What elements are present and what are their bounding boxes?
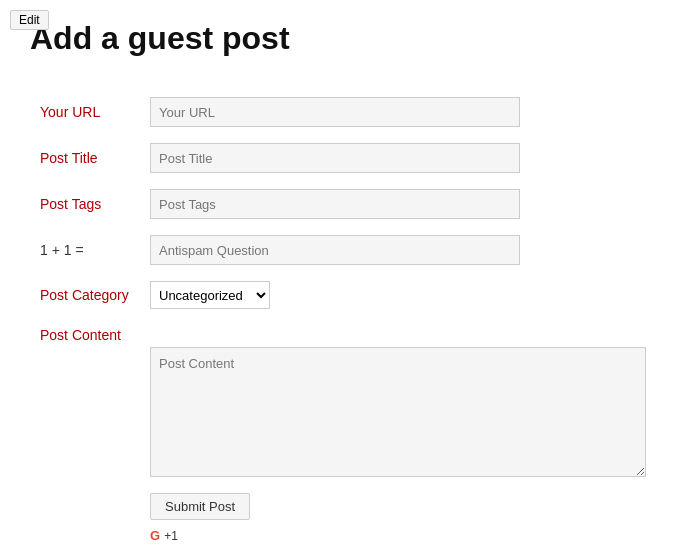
page-title: Add a guest post (30, 20, 646, 57)
category-label: Post Category (40, 287, 150, 303)
title-input[interactable] (150, 143, 520, 173)
tags-input[interactable] (150, 189, 520, 219)
textarea-wrapper (150, 347, 646, 477)
submit-button[interactable]: Submit Post (150, 493, 250, 520)
tags-label: Post Tags (40, 196, 150, 212)
title-label: Post Title (40, 150, 150, 166)
bottom-section: Submit Post G +1 (150, 493, 646, 543)
url-row: Your URL (40, 97, 646, 127)
antispam-input[interactable] (150, 235, 520, 265)
antispam-label: 1 + 1 = (40, 242, 150, 258)
content-textarea[interactable] (150, 347, 646, 477)
category-select[interactable]: Uncategorized (150, 281, 270, 309)
tags-row: Post Tags (40, 189, 646, 219)
gplus-count: +1 (164, 529, 178, 543)
category-row: Post Category Uncategorized (40, 281, 646, 309)
content-row: Post Content (40, 325, 646, 477)
page-container: Edit Add a guest post Your URL Post Titl… (0, 0, 676, 556)
title-row: Post Title (40, 143, 646, 173)
gplus-icon: G (150, 528, 160, 543)
content-label: Post Content (40, 325, 150, 343)
antispam-row: 1 + 1 = (40, 235, 646, 265)
url-input[interactable] (150, 97, 520, 127)
edit-button-wrapper: Edit (10, 10, 49, 30)
content-label-row: Post Content (40, 325, 646, 343)
gplus-row: G +1 (150, 528, 646, 543)
edit-button[interactable]: Edit (10, 10, 49, 30)
url-label: Your URL (40, 104, 150, 120)
form-container: Your URL Post Title Post Tags 1 + 1 = Po… (40, 97, 646, 543)
